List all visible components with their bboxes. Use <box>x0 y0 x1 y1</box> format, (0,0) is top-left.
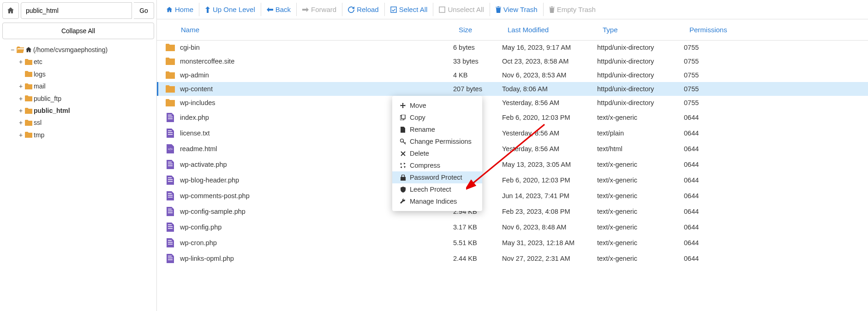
tree-item-tmp[interactable]: + tmp <box>18 129 154 141</box>
ctx-password-protect[interactable]: Password Protect <box>392 171 482 183</box>
plus-icon[interactable]: + <box>18 106 24 116</box>
file-perms: 0644 <box>684 161 730 168</box>
go-button[interactable]: Go <box>134 2 154 19</box>
file-type: httpd/unix-directory <box>597 71 684 79</box>
ctx-label: Password Protect <box>410 174 462 181</box>
file-row[interactable]: wp-content 207 bytes Today, 8:06 AM http… <box>157 82 868 96</box>
folder-open-icon <box>17 47 24 53</box>
tree-item-public_html[interactable]: + public_html <box>18 105 154 117</box>
svg-rect-25 <box>168 242 173 243</box>
tree-root[interactable]: − (/home/cvsmgaephosting) <box>10 44 154 56</box>
ctx-copy[interactable]: Copy <box>392 111 482 123</box>
folder-icon <box>25 59 32 65</box>
back-button[interactable]: Back <box>261 3 297 16</box>
svg-rect-33 <box>401 177 406 181</box>
file-row[interactable]: wp-includes 12 KB Yesterday, 8:56 AM htt… <box>157 96 868 110</box>
file-modified: Yesterday, 8:56 AM <box>502 129 597 137</box>
file-row[interactable]: </> readme.html 7.23 KB Yesterday, 8:56 … <box>157 141 868 157</box>
col-perms[interactable]: Permissions <box>684 26 730 34</box>
file-row[interactable]: wp-cron.php 5.51 KB May 31, 2023, 12:18 … <box>157 235 868 251</box>
ctx-delete[interactable]: Delete <box>392 147 482 159</box>
ctx-rename[interactable]: Rename <box>392 123 482 135</box>
square-icon <box>439 6 445 13</box>
view-trash-button[interactable]: View Trash <box>490 3 544 16</box>
collapse-all-button[interactable]: Collapse All <box>2 23 154 39</box>
col-size[interactable]: Size <box>453 26 502 34</box>
svg-rect-21 <box>168 224 172 225</box>
tree-item-label: public_ftp <box>34 94 61 104</box>
file-type: text/x-generic <box>597 223 684 231</box>
home-icon-button[interactable] <box>2 2 19 19</box>
folder-icon <box>166 58 175 65</box>
ctx-manage-indices[interactable]: Manage Indices <box>392 195 482 207</box>
file-row[interactable]: monstercoffee.site 33 bytes Oct 23, 2023… <box>157 54 868 68</box>
tree-item-label: etc <box>34 57 42 67</box>
file-perms: 0644 <box>684 129 730 137</box>
folder-icon <box>166 85 175 93</box>
path-input[interactable] <box>21 2 132 19</box>
folder-icon <box>25 71 32 77</box>
file-name: wp-admin <box>177 71 453 79</box>
svg-rect-7 <box>168 134 173 135</box>
file-row[interactable]: cgi-bin 6 bytes May 16, 2023, 9:17 AM ht… <box>157 41 868 54</box>
plus-icon[interactable]: + <box>18 117 24 128</box>
file-row[interactable]: wp-comments-post.php 2.27 KB Jun 14, 202… <box>157 188 868 204</box>
file-modified: Nov 27, 2022, 2:31 AM <box>502 255 597 262</box>
svg-rect-9 <box>168 162 172 163</box>
ctx-change-permissions[interactable]: Change Permissions <box>392 135 482 147</box>
col-modified[interactable]: Last Modified <box>502 26 597 34</box>
file-perms: 0755 <box>684 58 730 65</box>
file-icon <box>167 207 174 216</box>
home-button[interactable]: Home <box>161 3 199 16</box>
plus-icon[interactable]: + <box>18 57 24 67</box>
folder-icon <box>25 95 32 101</box>
file-size: 5.51 KB <box>453 239 502 246</box>
file-modified: Today, 8:06 AM <box>502 85 597 93</box>
minus-icon[interactable]: − <box>10 45 15 55</box>
view-trash-label: View Trash <box>503 6 538 13</box>
file-perms: 0755 <box>684 71 730 79</box>
file-row[interactable]: wp-config-sample.php 2.94 KB Feb 23, 202… <box>157 204 868 219</box>
file-perms: 0644 <box>684 239 730 246</box>
file-type: text/x-generic <box>597 239 684 246</box>
file-perms: 0644 <box>684 223 730 231</box>
col-name[interactable]: Name <box>161 26 453 34</box>
trash-icon <box>496 6 501 13</box>
file-row[interactable]: index.php 405 bytes Feb 6, 2020, 12:03 P… <box>157 110 868 125</box>
svg-rect-29 <box>168 259 173 260</box>
col-type[interactable]: Type <box>597 26 684 34</box>
tree-item-logs[interactable]: logs <box>18 68 154 80</box>
up-one-level-button[interactable]: Up One Level <box>199 3 261 16</box>
tree-item-etc[interactable]: + etc <box>18 56 154 68</box>
ctx-compress[interactable]: Compress <box>392 159 482 171</box>
folder-icon <box>166 44 175 51</box>
file-type: text/x-generic <box>597 161 684 168</box>
tree-item-mail[interactable]: + mail <box>18 80 154 92</box>
file-row[interactable]: wp-links-opml.php 2.44 KB Nov 27, 2022, … <box>157 251 868 266</box>
file-row[interactable]: wp-blog-header.php 351 bytes Feb 6, 2020… <box>157 172 868 188</box>
unselect-all-button: Unselect All <box>433 3 490 16</box>
select-all-button[interactable]: Select All <box>385 3 434 16</box>
file-modified: Feb 23, 2023, 4:08 PM <box>502 208 597 215</box>
file-row[interactable]: wp-activate.php 7.04 KB May 13, 2023, 3:… <box>157 157 868 172</box>
reload-button[interactable]: Reload <box>342 3 385 16</box>
reload-icon <box>348 6 354 13</box>
file-icon <box>167 176 174 185</box>
file-row[interactable]: wp-admin 4 KB Nov 6, 2023, 8:53 AM httpd… <box>157 68 868 82</box>
ctx-move[interactable]: Move <box>392 100 482 111</box>
svg-rect-6 <box>168 132 173 133</box>
svg-rect-15 <box>168 193 172 194</box>
tree-item-label: tmp <box>34 130 44 140</box>
plus-icon[interactable]: + <box>18 130 24 140</box>
svg-rect-17 <box>168 197 173 198</box>
svg-text:</>: </> <box>168 147 173 151</box>
ctx-leech-protect[interactable]: Leech Protect <box>392 183 482 195</box>
file-modified: Yesterday, 8:56 AM <box>502 99 597 106</box>
tree-item-ssl[interactable]: + ssl <box>18 117 154 129</box>
context-menu: Move Copy Rename Change Permissions Dele… <box>392 96 482 211</box>
file-row[interactable]: license.txt 19.45 KB Yesterday, 8:56 AM … <box>157 125 868 141</box>
file-row[interactable]: wp-config.php 3.17 KB Nov 6, 2023, 8:48 … <box>157 219 868 235</box>
plus-icon[interactable]: + <box>18 94 24 104</box>
tree-item-public_ftp[interactable]: + public_ftp <box>18 93 154 105</box>
plus-icon[interactable]: + <box>18 81 24 91</box>
